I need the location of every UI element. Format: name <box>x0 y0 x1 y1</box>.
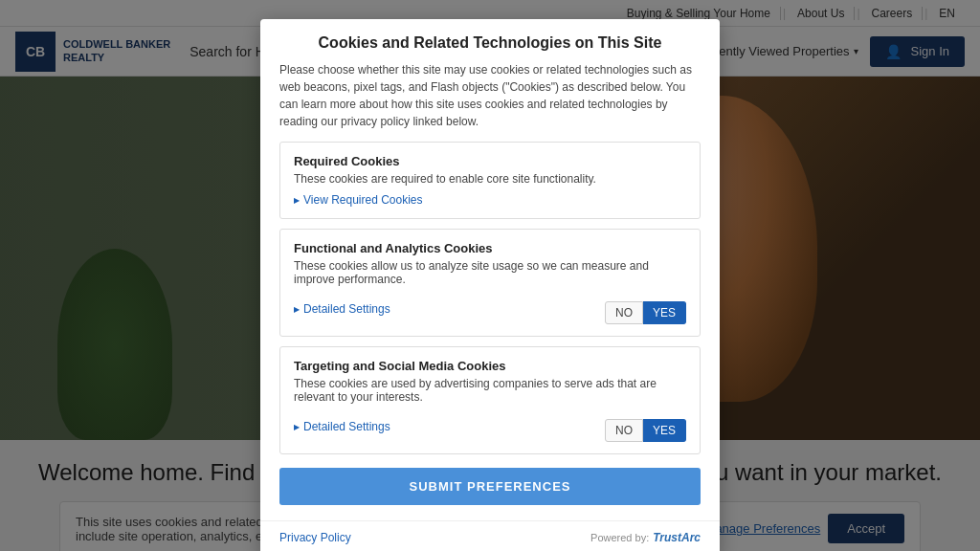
functional-cookies-desc: These cookies allow us to analyze site u… <box>294 259 686 286</box>
targeting-detailed-settings-link[interactable]: Detailed Settings <box>294 420 390 433</box>
functional-cookies-title: Functional and Analytics Cookies <box>294 241 686 255</box>
modal-header: Cookies and Related Technologies on This… <box>260 19 720 142</box>
functional-detailed-settings-link[interactable]: Detailed Settings <box>294 302 390 316</box>
trustarc-logo: TrustArc <box>653 531 701 544</box>
required-cookies-section: Required Cookies These cookies are requi… <box>279 142 701 219</box>
targeting-cookies-desc: These cookies are used by advertising co… <box>294 377 686 404</box>
submit-preferences-button[interactable]: SUBMIT PREFERENCES <box>279 468 701 505</box>
modal-overlay: Cookies and Related Technologies on This… <box>0 0 980 551</box>
powered-by-label: Powered by: <box>590 532 649 543</box>
functional-cookies-controls: NO YES <box>605 301 686 324</box>
cookie-modal: Cookies and Related Technologies on This… <box>260 19 720 551</box>
modal-title: Cookies and Related Technologies on This… <box>279 34 701 52</box>
functional-cookies-no-button[interactable]: NO <box>605 301 643 324</box>
targeting-cookies-section: Targeting and Social Media Cookies These… <box>279 346 701 454</box>
functional-cookies-section: Functional and Analytics Cookies These c… <box>279 229 701 337</box>
targeting-cookies-title: Targeting and Social Media Cookies <box>294 359 686 373</box>
view-required-cookies-link[interactable]: View Required Cookies <box>294 193 686 207</box>
required-cookies-desc: These cookies are required to enable cor… <box>294 172 686 186</box>
modal-body: Required Cookies These cookies are requi… <box>260 142 720 520</box>
targeting-cookies-no-button[interactable]: NO <box>605 419 643 442</box>
modal-privacy-policy-link[interactable]: Privacy Policy <box>279 531 351 544</box>
powered-by: Powered by: TrustArc <box>590 531 701 544</box>
required-cookies-title: Required Cookies <box>294 154 686 168</box>
modal-description: Please choose whether this site may use … <box>279 61 701 130</box>
targeting-cookies-controls: NO YES <box>605 419 686 442</box>
targeting-cookies-yes-button[interactable]: YES <box>643 419 686 442</box>
functional-cookies-yes-button[interactable]: YES <box>643 301 686 324</box>
modal-footer: Privacy Policy Powered by: TrustArc <box>260 520 720 551</box>
